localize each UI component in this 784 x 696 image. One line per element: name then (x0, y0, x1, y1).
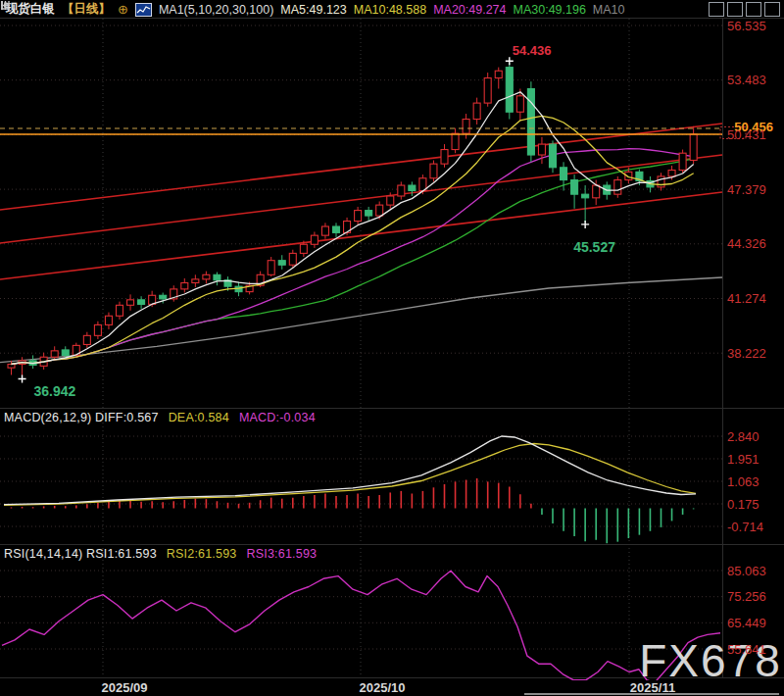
zoom-x-axis-icon[interactable] (727, 2, 743, 17)
macd-dea-value: DEA:0.584 (169, 411, 229, 424)
candle[interactable] (355, 211, 362, 222)
zoom-y-axis-icon[interactable] (746, 2, 761, 17)
macd-formula-diff: MACD(26,12,9) DIFF:0.567 (4, 411, 159, 424)
ma5-line (12, 92, 694, 365)
candle[interactable] (105, 316, 112, 324)
candle[interactable] (441, 150, 448, 165)
ma10-value: MA10:48.588 (354, 3, 426, 17)
price-axis-label: 56.535 (727, 19, 766, 33)
rsi3-value: RSI3:61.593 (247, 547, 318, 561)
date-axis-label[interactable]: 2025/09 (102, 680, 148, 695)
candle[interactable] (203, 274, 210, 279)
candle[interactable] (376, 205, 383, 216)
candle[interactable] (321, 226, 328, 235)
low-annotation: 45.527 (573, 239, 615, 255)
candle[interactable] (192, 279, 199, 283)
candle[interactable] (582, 194, 589, 198)
chart-canvas[interactable]: 54.43645.52736.94250.45656.53553.48350.4… (0, 0, 784, 696)
date-axis-label[interactable]: 2025/10 (360, 680, 406, 695)
rsi-axis-label: 85.063 (727, 564, 766, 578)
candle[interactable] (516, 96, 523, 112)
macd-pane-header: MACD(26,12,9) DIFF:0.567 DEA:0.584 MACD:… (4, 411, 316, 424)
chart-header: 现货白银 【日线】 ⊕ MA1(5,10,20,30,100) MA5:49.1… (0, 0, 784, 19)
period-label[interactable]: 【日线】 (62, 1, 111, 18)
rsi-axis-label: 55.641 (727, 642, 766, 657)
grid-layer (0, 19, 784, 678)
price-axis-label: 44.326 (727, 236, 766, 251)
macd-axis-label: 0.175 (727, 497, 760, 512)
candle[interactable] (527, 89, 534, 156)
extreme-marker-icon (506, 57, 514, 65)
rsi-axis-label: 65.449 (727, 616, 766, 630)
instrument-title: 现货白银 (6, 1, 55, 18)
candle[interactable] (506, 68, 513, 113)
ma30-line (12, 159, 694, 365)
candle[interactable] (160, 295, 167, 299)
price-axis-label: 38.222 (727, 346, 766, 361)
candle[interactable] (83, 335, 90, 344)
ma-settings-label[interactable]: MA1(5,10,20,30,100) (159, 3, 273, 17)
candle[interactable] (495, 71, 502, 77)
candle[interactable] (473, 103, 480, 119)
ma30-value: MA30:49.196 (514, 3, 586, 17)
candle[interactable] (614, 180, 621, 195)
candle[interactable] (452, 133, 459, 149)
candle[interactable] (550, 144, 557, 168)
candle[interactable] (409, 185, 416, 190)
candle[interactable] (561, 168, 567, 180)
chart-type-icon[interactable] (135, 3, 152, 17)
crosshair-toggle-icon[interactable]: ⊕ (118, 3, 128, 16)
candle[interactable] (387, 196, 394, 205)
macd-axis-label: 1.063 (727, 474, 760, 489)
trading-app-window: 现货白银 【日线】 ⊕ MA1(5,10,20,30,100) MA5:49.1… (0, 0, 784, 696)
candle[interactable] (679, 153, 686, 170)
extreme-marker-icon (19, 375, 26, 383)
candle[interactable] (300, 244, 307, 253)
rsi2-value: RSI2:61.593 (167, 547, 237, 561)
ma20-value: MA20:49.274 (433, 3, 506, 17)
candle[interactable] (62, 350, 69, 355)
candle[interactable] (127, 300, 134, 305)
candle[interactable] (484, 78, 491, 104)
candle[interactable] (658, 176, 664, 187)
candle[interactable] (463, 120, 469, 134)
candle[interactable] (366, 211, 372, 216)
labels-layer: 54.43645.52736.94250.45656.53553.48350.4… (19, 19, 782, 696)
ma5-value: MA5:49.123 (280, 3, 346, 17)
candle[interactable] (51, 351, 58, 357)
candle[interactable] (311, 235, 318, 244)
candle[interactable] (398, 185, 405, 196)
step-forward-icon[interactable] (764, 2, 780, 17)
macd-axis-label: 1.951 (727, 452, 760, 467)
candle[interactable] (333, 226, 340, 232)
candle[interactable] (278, 261, 285, 266)
rsi-axis-label: 75.256 (727, 589, 766, 604)
high-annotation: 54.436 (513, 43, 552, 58)
macd-axis-label: 2.840 (727, 429, 760, 444)
extreme-marker-icon (581, 221, 589, 228)
candle[interactable] (593, 185, 600, 198)
start-low-annotation: 36.942 (34, 383, 76, 399)
candle[interactable] (8, 365, 15, 369)
candle[interactable] (181, 283, 188, 289)
candle[interactable] (289, 253, 296, 265)
pan-tool-icon[interactable] (709, 2, 724, 17)
candle[interactable] (117, 305, 123, 316)
candle[interactable] (214, 274, 220, 279)
candle[interactable] (538, 144, 545, 155)
candle[interactable] (138, 300, 145, 305)
macd-diff-line (4, 436, 696, 505)
candle[interactable] (94, 324, 101, 335)
candle[interactable] (571, 180, 578, 195)
macd-macd-value: MACD:-0.034 (239, 411, 316, 424)
candle[interactable] (430, 164, 437, 178)
macd-axis-label: -0.714 (727, 520, 763, 534)
price-axis-label: 50.431 (727, 127, 766, 142)
ma100-value: MA10 (593, 3, 625, 17)
price-axis-label: 53.483 (727, 73, 766, 87)
date-axis-label[interactable]: 2025/11 (630, 680, 675, 695)
candle[interactable] (268, 261, 274, 275)
candle[interactable] (690, 134, 697, 161)
price-axis-label: 41.274 (727, 291, 766, 306)
candle[interactable] (668, 171, 675, 176)
